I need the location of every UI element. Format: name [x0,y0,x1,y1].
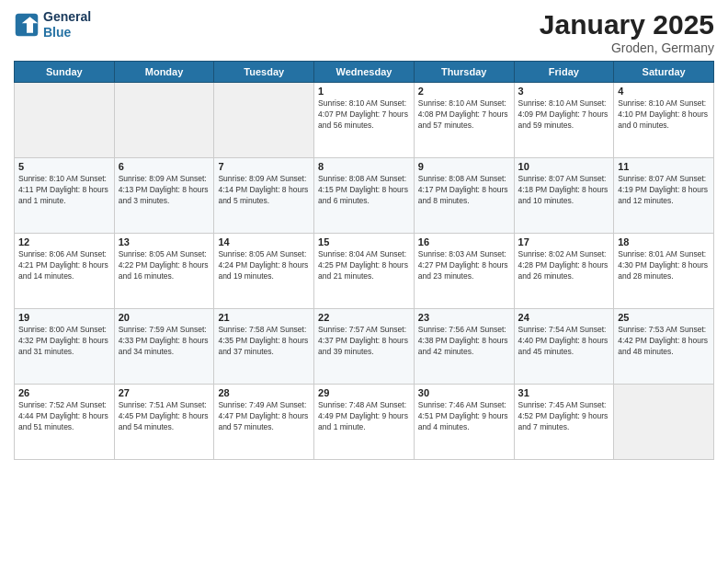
day-number: 29 [318,387,410,398]
day-number: 16 [418,236,510,247]
day-number: 5 [18,161,110,172]
calendar-cell: 24Sunrise: 7:54 AM Sunset: 4:40 PM Dayli… [514,309,614,385]
day-number: 20 [119,312,210,323]
calendar-cell: 15Sunrise: 8:04 AM Sunset: 4:25 PM Dayli… [314,234,415,309]
calendar-header-row: SundayMondayTuesdayWednesdayThursdayFrid… [15,62,714,83]
day-number: 23 [418,312,510,323]
day-info: Sunrise: 7:58 AM Sunset: 4:35 PM Dayligh… [218,325,310,358]
day-number: 11 [618,161,710,172]
location: Groden, Germany [540,40,714,55]
day-number: 19 [18,312,110,323]
day-header-sunday: Sunday [15,62,115,83]
day-info: Sunrise: 7:59 AM Sunset: 4:33 PM Dayligh… [119,325,210,358]
calendar-cell: 29Sunrise: 7:48 AM Sunset: 4:49 PM Dayli… [314,385,415,460]
day-number: 17 [518,236,610,247]
day-number: 13 [119,236,210,247]
day-info: Sunrise: 8:06 AM Sunset: 4:21 PM Dayligh… [18,249,110,282]
calendar-table: SundayMondayTuesdayWednesdayThursdayFrid… [14,61,714,460]
day-info: Sunrise: 8:10 AM Sunset: 4:10 PM Dayligh… [618,98,710,132]
day-number: 2 [418,86,510,97]
day-info: Sunrise: 8:04 AM Sunset: 4:25 PM Dayligh… [318,249,410,282]
day-header-saturday: Saturday [614,62,714,83]
day-info: Sunrise: 8:08 AM Sunset: 4:15 PM Dayligh… [318,174,410,207]
calendar-cell: 13Sunrise: 8:05 AM Sunset: 4:22 PM Dayli… [114,234,214,309]
day-info: Sunrise: 8:00 AM Sunset: 4:32 PM Dayligh… [18,325,110,358]
day-number: 15 [318,236,410,247]
calendar-cell: 7Sunrise: 8:09 AM Sunset: 4:14 PM Daylig… [214,158,314,234]
day-number: 4 [618,86,710,97]
calendar-cell: 18Sunrise: 8:01 AM Sunset: 4:30 PM Dayli… [614,234,714,309]
day-number: 6 [119,161,210,172]
day-number: 3 [518,86,610,97]
month-title: January 2025 [540,9,714,40]
calendar-cell: 6Sunrise: 8:09 AM Sunset: 4:13 PM Daylig… [114,158,214,234]
calendar-cell: 19Sunrise: 8:00 AM Sunset: 4:32 PM Dayli… [15,309,115,385]
calendar-cell: 31Sunrise: 7:45 AM Sunset: 4:52 PM Dayli… [514,385,614,460]
calendar-cell: 20Sunrise: 7:59 AM Sunset: 4:33 PM Dayli… [114,309,214,385]
day-number: 8 [318,161,410,172]
day-number: 22 [318,312,410,323]
day-number: 12 [18,236,110,247]
calendar-cell [15,83,115,158]
day-info: Sunrise: 8:10 AM Sunset: 4:09 PM Dayligh… [518,98,610,132]
day-header-tuesday: Tuesday [214,62,314,83]
header: General Blue January 2025 Groden, German… [14,9,714,55]
day-info: Sunrise: 7:56 AM Sunset: 4:38 PM Dayligh… [418,325,510,358]
calendar-cell: 2Sunrise: 8:10 AM Sunset: 4:08 PM Daylig… [414,83,514,158]
day-number: 26 [18,387,110,398]
day-header-monday: Monday [114,62,214,83]
day-info: Sunrise: 8:08 AM Sunset: 4:17 PM Dayligh… [418,174,510,207]
day-number: 24 [518,312,610,323]
day-number: 25 [618,312,710,323]
calendar-cell: 30Sunrise: 7:46 AM Sunset: 4:51 PM Dayli… [414,385,514,460]
calendar-week-2: 5Sunrise: 8:10 AM Sunset: 4:11 PM Daylig… [15,158,714,234]
day-info: Sunrise: 8:10 AM Sunset: 4:07 PM Dayligh… [318,98,410,132]
day-number: 9 [418,161,510,172]
calendar-cell: 16Sunrise: 8:03 AM Sunset: 4:27 PM Dayli… [414,234,514,309]
day-info: Sunrise: 7:53 AM Sunset: 4:42 PM Dayligh… [618,325,710,358]
calendar-cell: 11Sunrise: 8:07 AM Sunset: 4:19 PM Dayli… [614,158,714,234]
day-number: 18 [618,236,710,247]
day-info: Sunrise: 8:01 AM Sunset: 4:30 PM Dayligh… [618,249,710,282]
day-number: 27 [119,387,210,398]
page: General Blue January 2025 Groden, German… [0,0,728,563]
logo: General Blue [14,9,91,40]
calendar-cell: 27Sunrise: 7:51 AM Sunset: 4:45 PM Dayli… [114,385,214,460]
day-header-thursday: Thursday [414,62,514,83]
calendar-cell: 21Sunrise: 7:58 AM Sunset: 4:35 PM Dayli… [214,309,314,385]
day-info: Sunrise: 8:02 AM Sunset: 4:28 PM Dayligh… [518,249,610,282]
calendar-week-1: 1Sunrise: 8:10 AM Sunset: 4:07 PM Daylig… [15,83,714,158]
day-info: Sunrise: 8:07 AM Sunset: 4:19 PM Dayligh… [618,174,710,207]
logo-icon [14,12,40,38]
day-info: Sunrise: 8:10 AM Sunset: 4:11 PM Dayligh… [18,174,110,207]
day-info: Sunrise: 7:48 AM Sunset: 4:49 PM Dayligh… [318,400,410,433]
calendar-cell: 26Sunrise: 7:52 AM Sunset: 4:44 PM Dayli… [15,385,115,460]
calendar-cell: 22Sunrise: 7:57 AM Sunset: 4:37 PM Dayli… [314,309,415,385]
day-info: Sunrise: 8:10 AM Sunset: 4:08 PM Dayligh… [418,98,510,132]
day-info: Sunrise: 8:07 AM Sunset: 4:18 PM Dayligh… [518,174,610,207]
calendar-cell: 23Sunrise: 7:56 AM Sunset: 4:38 PM Dayli… [414,309,514,385]
day-header-wednesday: Wednesday [314,62,415,83]
calendar-cell: 5Sunrise: 8:10 AM Sunset: 4:11 PM Daylig… [15,158,115,234]
day-info: Sunrise: 7:57 AM Sunset: 4:37 PM Dayligh… [318,325,410,358]
title-block: January 2025 Groden, Germany [540,9,714,55]
calendar-cell: 17Sunrise: 8:02 AM Sunset: 4:28 PM Dayli… [514,234,614,309]
day-number: 30 [418,387,510,398]
calendar-cell [114,83,214,158]
calendar-cell [214,83,314,158]
calendar-cell: 8Sunrise: 8:08 AM Sunset: 4:15 PM Daylig… [314,158,415,234]
calendar-cell [614,385,714,460]
day-number: 1 [318,86,410,97]
calendar-cell: 28Sunrise: 7:49 AM Sunset: 4:47 PM Dayli… [214,385,314,460]
day-info: Sunrise: 7:51 AM Sunset: 4:45 PM Dayligh… [119,400,210,433]
calendar-week-4: 19Sunrise: 8:00 AM Sunset: 4:32 PM Dayli… [15,309,714,385]
calendar-week-3: 12Sunrise: 8:06 AM Sunset: 4:21 PM Dayli… [15,234,714,309]
day-info: Sunrise: 8:05 AM Sunset: 4:24 PM Dayligh… [218,249,310,282]
day-number: 31 [518,387,610,398]
calendar-cell: 25Sunrise: 7:53 AM Sunset: 4:42 PM Dayli… [614,309,714,385]
day-number: 14 [218,236,310,247]
logo-text: General Blue [43,9,91,40]
calendar-cell: 3Sunrise: 8:10 AM Sunset: 4:09 PM Daylig… [514,83,614,158]
calendar-cell: 10Sunrise: 8:07 AM Sunset: 4:18 PM Dayli… [514,158,614,234]
day-header-friday: Friday [514,62,614,83]
